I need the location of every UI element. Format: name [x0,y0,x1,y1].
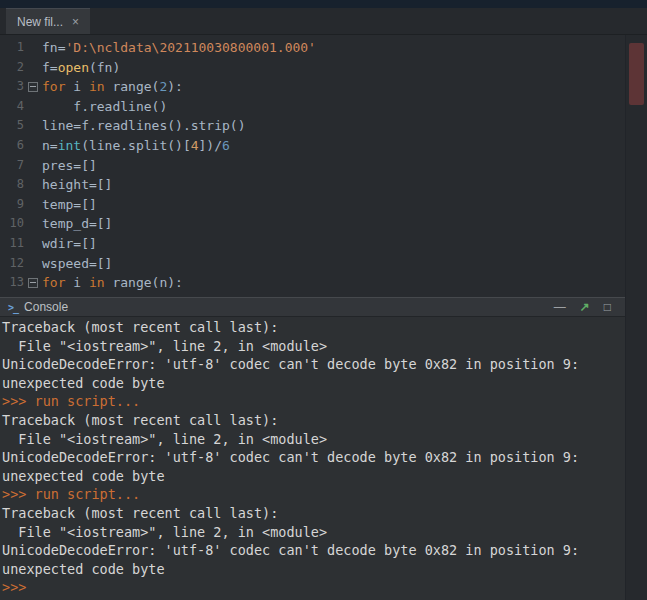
code-line[interactable]: 7pres=[] [0,156,625,176]
fold-spacer [26,234,39,254]
console-output-line: Traceback (most recent call last): [2,318,623,337]
code-line[interactable]: 4 f.readline() [0,97,625,117]
line-number: 1 [0,38,26,58]
tab-new-file[interactable]: New fil... × [6,8,90,34]
code-text: n=int(line.split()[4])/6 [39,136,230,156]
code-text: wspeed=[] [39,254,112,274]
fold-spacer [26,38,39,58]
console-prompt-line: >>> [2,578,623,597]
code-line[interactable]: 6n=int(line.split()[4])/6 [0,136,625,156]
code-text: fn='D:\ncldata\202110030800001.000' [39,38,316,58]
fold-spacer [26,116,39,136]
line-number: 10 [0,214,26,234]
code-line[interactable]: 9temp=[] [0,195,625,215]
code-line[interactable]: 2f=open(fn) [0,58,625,78]
console-controls: — ↗ □ [554,301,617,313]
scrollbar-thumb[interactable] [629,43,644,105]
titlebar-strip [0,0,647,8]
maximize-icon[interactable]: □ [604,301,611,313]
line-number: 3 [0,77,26,97]
line-number: 11 [0,234,26,254]
code-text: temp=[] [39,195,97,215]
console-output-line: Traceback (most recent call last): [2,411,623,430]
line-number: 4 [0,97,26,117]
code-line[interactable]: 12wspeed=[] [0,254,625,274]
console-output-line: UnicodeDecodeError: 'utf-8' codec can't … [2,448,623,485]
minimize-icon[interactable]: — [554,301,566,313]
console-output-line: UnicodeDecodeError: 'utf-8' codec can't … [2,541,623,578]
console-header: >_ Console — ↗ □ [0,297,625,317]
code-line[interactable]: 11wdir=[] [0,234,625,254]
code-line[interactable]: 1fn='D:\ncldata\202110030800001.000' [0,38,625,58]
line-number: 7 [0,156,26,176]
code-text: wdir=[] [39,234,97,254]
ide-window: New fil... × 1fn='D:\ncldata\20211003080… [0,0,647,600]
code-line[interactable]: 8height=[] [0,175,625,195]
console-output-line: UnicodeDecodeError: 'utf-8' codec can't … [2,355,623,392]
terminal-icon: >_ [8,302,18,313]
console-title: Console [24,300,68,314]
console-output-line: File "<iostream>", line 2, in <module> [2,337,623,356]
fold-spacer [26,58,39,78]
code-editor[interactable]: 1fn='D:\ncldata\202110030800001.000'2f=o… [0,35,625,297]
line-number: 5 [0,116,26,136]
fold-spacer [26,156,39,176]
fold-spacer [26,175,39,195]
fold-spacer [26,254,39,274]
console-prompt-line: >>> run script... [2,392,623,411]
code-line[interactable]: 10temp_d=[] [0,214,625,234]
line-number: 2 [0,58,26,78]
code-line[interactable]: 3for i in range(2): [0,77,625,97]
console-output[interactable]: Traceback (most recent call last): File … [0,317,625,600]
code-text: line=f.readlines().strip() [39,116,246,136]
line-number: 9 [0,195,26,215]
code-text: f=open(fn) [39,58,120,78]
fold-icon[interactable] [26,273,39,293]
main-content: 1fn='D:\ncldata\202110030800001.000'2f=o… [0,35,625,600]
code-text: temp_d=[] [39,214,112,234]
code-text: for i in range(n): [39,273,183,293]
console-prompt-line: >>> run script... [2,485,623,504]
tab-close-icon[interactable]: × [72,16,79,28]
line-number: 12 [0,254,26,274]
line-number: 8 [0,175,26,195]
tab-label: New fil... [17,15,63,29]
code-line[interactable]: 5line=f.readlines().strip() [0,116,625,136]
line-number: 6 [0,136,26,156]
fold-spacer [26,136,39,156]
fold-icon[interactable] [26,77,39,97]
fold-spacer [26,214,39,234]
code-line[interactable]: 13for i in range(n): [0,273,625,293]
code-text: height=[] [39,175,112,195]
restore-arrow-icon[interactable]: ↗ [580,301,590,313]
code-text: pres=[] [39,156,97,176]
console-output-line: File "<iostream>", line 2, in <module> [2,430,623,449]
console-panel: >_ Console — ↗ □ Traceback (most recent … [0,297,625,600]
code-text: f.readline() [39,97,167,117]
console-output-line: File "<iostream>", line 2, in <module> [2,523,623,542]
fold-spacer [26,195,39,215]
fold-spacer [26,97,39,117]
console-output-line: Traceback (most recent call last): [2,504,623,523]
editor-tab-bar: New fil... × [0,8,647,35]
scrollbar-rail[interactable] [625,35,647,600]
line-number: 13 [0,273,26,293]
code-text: for i in range(2): [39,77,183,97]
